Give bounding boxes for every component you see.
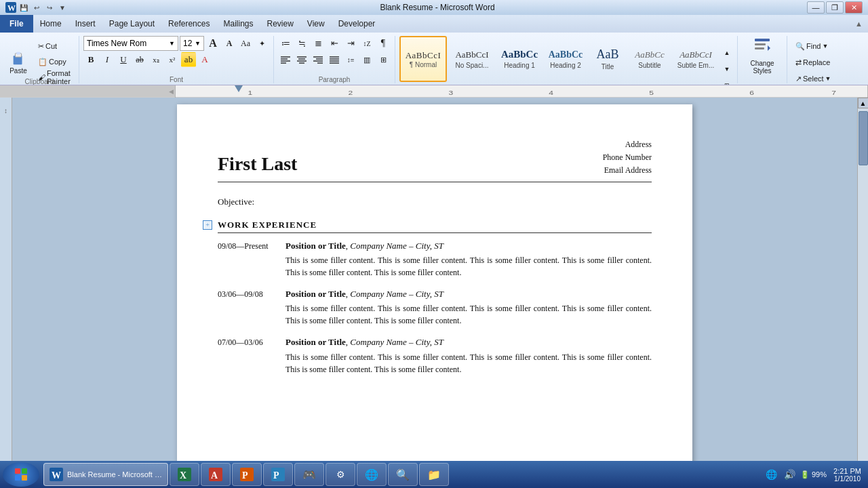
taskbar-word-button[interactable]: W Blank Resume - Microsoft Word: [43, 463, 168, 486]
taskbar-search-button[interactable]: 🔍: [388, 463, 418, 486]
developer-menu[interactable]: Developer: [332, 15, 382, 33]
work-entry-3: 07/00—03/06 Position or Title, Company N…: [218, 336, 652, 375]
scroll-thumb[interactable]: [859, 111, 868, 165]
show-marks-button[interactable]: ¶: [376, 36, 391, 51]
references-menu[interactable]: References: [161, 15, 216, 33]
multilevel-button[interactable]: ≣: [311, 36, 326, 51]
clipboard-label: Clipboard: [25, 78, 54, 85]
highlight-button[interactable]: ab: [181, 52, 196, 67]
taskbar-misc-button[interactable]: ⚙: [326, 463, 355, 486]
find-button[interactable]: 🔍 Find ▼: [791, 39, 846, 54]
title-bar-left: W 💾 ↩ ↪ ▼: [5, 2, 68, 13]
numbering-button[interactable]: ≒: [294, 36, 309, 51]
collapse-ribbon-button[interactable]: ▲: [855, 20, 868, 28]
increase-indent-button[interactable]: ⇥: [343, 36, 358, 51]
undo-icon[interactable]: ↩: [31, 2, 42, 13]
taskbar-chrome-button[interactable]: 🌐: [357, 463, 387, 486]
change-styles-button[interactable]: ChangeStyles: [742, 36, 783, 77]
redo-icon[interactable]: ↪: [44, 2, 55, 13]
borders-button[interactable]: ⊞: [376, 52, 391, 67]
indent-marker[interactable]: [235, 85, 243, 92]
copy-button[interactable]: 📋 Copy: [34, 54, 75, 69]
cut-button[interactable]: ✂ Cut: [34, 39, 75, 54]
svg-rect-4: [16, 52, 20, 55]
styles-more-button[interactable]: ⊞: [719, 78, 734, 85]
italic-button[interactable]: I: [100, 52, 115, 67]
system-tray: 🌐 🔊 🔋 99% 2:21 PM 1/1/2010: [764, 461, 865, 488]
font-size-selector[interactable]: 12 ▼: [180, 36, 204, 51]
scroll-up-button[interactable]: ▲: [858, 98, 869, 108]
system-clock[interactable]: 2:21 PM 1/1/2010: [829, 467, 865, 483]
svg-text:W: W: [7, 3, 16, 13]
ruler-content[interactable]: 1 2 3 4 5 6 7: [175, 85, 868, 97]
styles-scroll-up-button[interactable]: ▲: [719, 45, 734, 60]
superscript-button[interactable]: x²: [165, 52, 180, 67]
battery-status[interactable]: 🔋 99%: [800, 470, 827, 479]
section-handle[interactable]: +: [203, 220, 212, 230]
style-no-spacing-button[interactable]: AaBbCcI No Spaci...: [448, 36, 496, 82]
underline-button[interactable]: U: [116, 52, 131, 67]
start-button[interactable]: [3, 462, 39, 487]
mailings-menu[interactable]: Mailings: [216, 15, 260, 33]
select-button[interactable]: ↗ Select ▼: [791, 71, 846, 85]
taskbar-publisher-button[interactable]: P: [263, 463, 293, 486]
style-heading1-button[interactable]: AaBbCc Heading 1: [497, 36, 542, 82]
svg-point-35: [12, 466, 30, 483]
strikethrough-button[interactable]: ab: [132, 52, 147, 67]
font-color-button[interactable]: A: [197, 52, 212, 67]
replace-button[interactable]: ⇄ Replace: [791, 55, 846, 70]
work-body-1: This is some filler content. This is som…: [285, 254, 652, 279]
review-menu[interactable]: Review: [260, 15, 300, 33]
font-name-selector[interactable]: Times New Rom ▼: [83, 36, 178, 51]
align-center-button[interactable]: [294, 52, 309, 67]
scroll-track[interactable]: [858, 108, 869, 462]
taskbar-folder-button[interactable]: 📁: [419, 463, 449, 486]
shrink-font-button[interactable]: A: [222, 36, 237, 51]
taskbar-powerpoint-button[interactable]: P: [232, 463, 262, 486]
style-normal-button[interactable]: AaBbCcI ¶ Normal: [399, 36, 447, 82]
taskbar: W Blank Resume - Microsoft Word X A P P …: [0, 461, 868, 488]
decrease-indent-button[interactable]: ⇤: [327, 36, 342, 51]
svg-text:7: 7: [831, 89, 836, 96]
network-icon[interactable]: 🌐: [764, 469, 779, 481]
line-spacing-button[interactable]: ↕≡: [343, 52, 358, 67]
taskbar-excel-button[interactable]: X: [170, 463, 199, 486]
grow-font-button[interactable]: A: [205, 36, 220, 51]
save-icon[interactable]: 💾: [18, 2, 29, 13]
svg-text:A: A: [211, 470, 218, 481]
bold-button[interactable]: B: [83, 52, 98, 67]
title-bar: W 💾 ↩ ↪ ▼ Blank Resume - Microsoft Word …: [0, 0, 868, 15]
styles-scroll-down-button[interactable]: ▼: [719, 62, 734, 77]
style-subtitle-button[interactable]: AaBbCc Subtitle: [627, 36, 672, 82]
change-case-button[interactable]: Aa: [238, 36, 253, 51]
left-ruler-icon[interactable]: ↕: [4, 107, 7, 115]
svg-rect-36: [15, 468, 20, 474]
style-title-button[interactable]: AaB Title: [589, 36, 626, 82]
shading-button[interactable]: ▥: [359, 52, 374, 67]
style-subtle-em-button[interactable]: AaBbCcI Subtle Em...: [673, 36, 718, 82]
file-menu[interactable]: File: [0, 15, 33, 33]
align-left-button[interactable]: [278, 52, 293, 67]
taskbar-access-button[interactable]: A: [201, 463, 231, 486]
restore-button[interactable]: ❐: [826, 1, 844, 14]
sort-button[interactable]: ↕Z: [359, 36, 374, 51]
subscript-button[interactable]: x₂: [149, 52, 163, 67]
paste-button[interactable]: Paste: [4, 36, 33, 77]
minimize-button[interactable]: —: [807, 1, 825, 14]
close-button[interactable]: ✕: [845, 1, 863, 14]
volume-icon[interactable]: 🔊: [782, 469, 797, 481]
justify-button[interactable]: [327, 52, 342, 67]
insert-menu[interactable]: Insert: [68, 15, 102, 33]
taskbar-game-button[interactable]: 🎮: [294, 463, 324, 486]
view-menu[interactable]: View: [300, 15, 332, 33]
align-right-button[interactable]: [311, 52, 326, 67]
bullets-button[interactable]: ≔: [278, 36, 293, 51]
vertical-scrollbar[interactable]: ▲ ▼: [857, 98, 868, 473]
ribbon: Paste ✂ Cut 📋 Copy 🖌 Format Painter Clip…: [0, 33, 868, 85]
home-menu[interactable]: Home: [33, 15, 68, 33]
document-scroll-area[interactable]: First Last Address Phone Number Email Ad…: [12, 98, 857, 473]
dropdown-icon[interactable]: ▼: [57, 2, 68, 13]
page-layout-menu[interactable]: Page Layout: [102, 15, 161, 33]
clear-formatting-button[interactable]: ✦: [254, 36, 269, 51]
style-heading2-button[interactable]: AaBbCc Heading 2: [543, 36, 588, 82]
